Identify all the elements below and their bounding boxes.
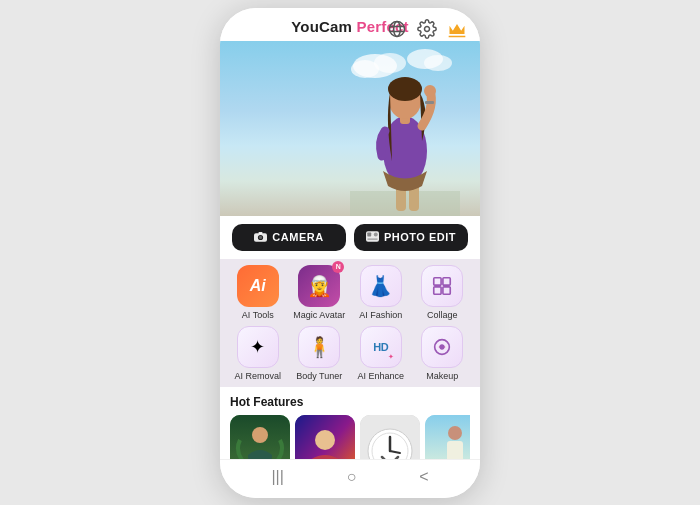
svg-point-21 [259, 235, 262, 238]
feature-ai-fashion[interactable]: 👗 AI Fashion [353, 265, 409, 320]
svg-point-0 [390, 21, 405, 36]
svg-point-36 [315, 430, 335, 450]
body-tuner-label: Body Tuner [296, 371, 342, 381]
svg-point-4 [425, 26, 430, 31]
svg-point-34 [252, 427, 268, 443]
svg-point-15 [424, 85, 436, 97]
feature-collage[interactable]: Collage [415, 265, 471, 320]
app-header: YouCam Perfect [220, 8, 480, 41]
ai-tools-icon-box: Ai [237, 265, 279, 307]
feature-ai-enhance[interactable]: HD ✦ AI Enhance [353, 326, 409, 381]
ai-fashion-label: AI Fashion [359, 310, 402, 320]
hot-thumb-3[interactable] [360, 415, 420, 459]
makeup-label: Makeup [426, 371, 458, 381]
svg-point-14 [388, 77, 422, 101]
hot-thumb-4[interactable] [425, 415, 470, 459]
svg-rect-28 [443, 277, 450, 284]
feature-ai-removal[interactable]: ✦ AI Removal [230, 326, 286, 381]
svg-rect-29 [434, 286, 441, 293]
svg-point-32 [440, 345, 444, 349]
svg-point-1 [394, 21, 401, 36]
svg-point-7 [374, 53, 406, 73]
phone-frame: YouCam Perfect [220, 8, 480, 498]
svg-point-9 [424, 55, 452, 71]
explore-icon[interactable] [386, 18, 408, 40]
hot-thumb-1[interactable] [230, 415, 290, 459]
ai-enhance-icon-box: HD ✦ [360, 326, 402, 368]
hot-features-strip [230, 415, 470, 459]
camera-icon [254, 231, 267, 244]
camera-button[interactable]: CAMERA [232, 224, 346, 251]
page-wrapper: YouCam Perfect [0, 0, 700, 505]
hot-thumb-2[interactable] [295, 415, 355, 459]
feature-magic-avatar[interactable]: 🧝 N Magic Avatar [292, 265, 348, 320]
ai-fashion-icon-box: 👗 [360, 265, 402, 307]
hot-features-section: Hot Features [220, 387, 480, 459]
bottom-nav: ||| ○ < [220, 459, 480, 498]
svg-rect-22 [259, 231, 263, 233]
ai-removal-icon-box: ✦ [237, 326, 279, 368]
settings-icon[interactable] [416, 18, 438, 40]
hero-woman-figure [350, 41, 460, 216]
camera-button-label: CAMERA [272, 231, 323, 243]
svg-point-25 [374, 232, 378, 236]
magic-avatar-label: Magic Avatar [293, 310, 345, 320]
nav-recents-icon[interactable]: ||| [271, 468, 283, 486]
feature-ai-tools[interactable]: Ai AI Tools [230, 265, 286, 320]
nav-home-icon[interactable]: ○ [347, 468, 357, 486]
body-tuner-icon-box: 🧍 [298, 326, 340, 368]
collage-label: Collage [427, 310, 458, 320]
photo-edit-icon [366, 231, 379, 244]
hero-image [220, 41, 480, 216]
feature-grid: Ai AI Tools 🧝 N Magic Avatar 👗 AI Fashio… [220, 259, 480, 387]
svg-rect-27 [434, 277, 441, 284]
magic-avatar-icon-box: 🧝 N [298, 265, 340, 307]
svg-rect-46 [447, 441, 463, 459]
makeup-icon-box [421, 326, 463, 368]
ai-removal-label: AI Removal [234, 371, 281, 381]
header-icons [386, 18, 468, 40]
svg-rect-24 [367, 232, 371, 236]
collage-icon-box [421, 265, 463, 307]
hot-features-title: Hot Features [230, 395, 470, 409]
crown-icon[interactable] [446, 18, 468, 40]
svg-rect-26 [367, 238, 377, 239]
photo-edit-button[interactable]: PHOTO EDIT [354, 224, 468, 251]
feature-makeup[interactable]: Makeup [415, 326, 471, 381]
new-badge: N [332, 261, 344, 273]
svg-point-45 [448, 426, 462, 440]
ai-enhance-label: AI Enhance [357, 371, 404, 381]
photo-edit-button-label: PHOTO EDIT [384, 231, 456, 243]
ai-tools-label: AI Tools [242, 310, 274, 320]
svg-rect-30 [443, 286, 450, 293]
action-buttons: CAMERA PHOTO EDIT [220, 216, 480, 259]
app-title-youcam: YouCam [291, 18, 352, 35]
feature-body-tuner[interactable]: 🧍 Body Tuner [292, 326, 348, 381]
svg-rect-18 [425, 101, 434, 104]
nav-back-icon[interactable]: < [419, 468, 428, 486]
